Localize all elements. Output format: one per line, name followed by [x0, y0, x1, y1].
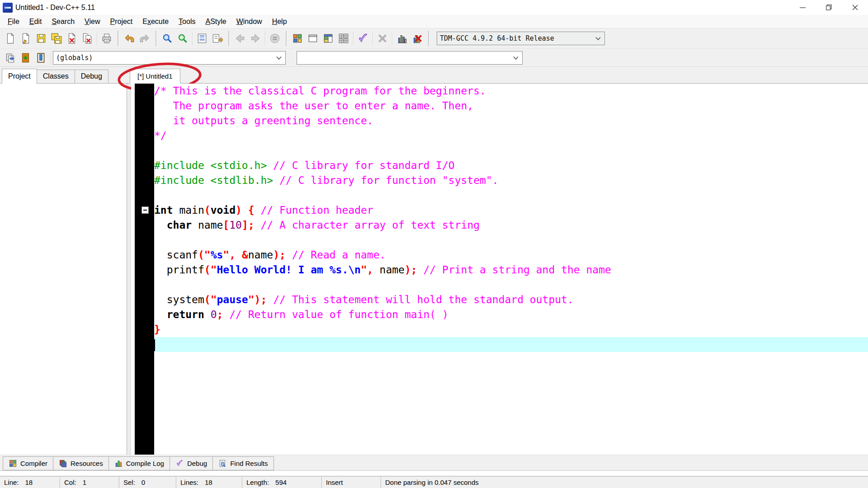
chevron-down-icon	[275, 54, 283, 61]
project-panel[interactable]	[0, 84, 127, 455]
editor-gutter[interactable]	[135, 84, 154, 455]
abort-icon[interactable]	[375, 31, 390, 46]
close-button[interactable]	[842, 0, 868, 15]
close-file-icon[interactable]	[64, 31, 80, 46]
menu-item-file[interactable]: File	[3, 16, 24, 28]
status-sel: Sel:0	[119, 477, 176, 488]
menu-item-execute[interactable]: Execute	[137, 16, 174, 28]
restore-button[interactable]	[816, 0, 842, 15]
debug-icon[interactable]	[355, 31, 371, 46]
save-all-icon[interactable]	[49, 31, 64, 46]
editor-tab-bar: [*] Untitled1	[127, 69, 868, 83]
replace-icon[interactable]	[175, 31, 190, 46]
code-line: return 0; // Return value of function ma…	[154, 307, 868, 322]
code-line	[154, 188, 868, 203]
main-toolbar: TDM-GCC 4.9.2 64-bit Release	[0, 28, 868, 49]
menu-item-project[interactable]: Project	[105, 16, 137, 28]
redo-icon[interactable]	[137, 31, 152, 46]
code-line: }	[154, 322, 868, 337]
profile-icon[interactable]	[394, 31, 410, 46]
window-title: Untitled1 - Dev-C++ 5.11	[15, 4, 95, 12]
tab-find-results[interactable]: Find Results	[212, 456, 274, 470]
compile-log-icon	[114, 459, 123, 468]
insert-icon[interactable]	[3, 50, 18, 66]
new-file-icon[interactable]	[3, 31, 18, 46]
code-line	[154, 233, 868, 248]
find-icon[interactable]	[160, 31, 175, 46]
code-line	[154, 143, 868, 158]
close-all-icon[interactable]	[80, 31, 95, 46]
tab-debug-report-label: Debug	[187, 460, 207, 467]
text-caret	[154, 339, 155, 351]
tab-band: Project Classes Debug [*] Untitled1	[0, 67, 868, 84]
swap-header-source-icon[interactable]	[210, 31, 225, 46]
editor-tab-untitled1[interactable]: [*] Untitled1	[130, 69, 180, 84]
tab-debug[interactable]: Debug	[75, 70, 108, 84]
back-icon[interactable]	[232, 31, 248, 46]
forward-icon[interactable]	[248, 31, 263, 46]
status-message: Done parsing in 0.047 seconds	[381, 477, 868, 488]
goto-line-icon[interactable]	[194, 31, 210, 46]
compile-run-icon[interactable]	[321, 31, 336, 46]
compiler-grid-icon	[9, 459, 17, 468]
code-line: scanf("%s", &name); // Read a name.	[154, 248, 868, 263]
code-line: printf("Hello World! I am %s.\n", name);…	[154, 263, 868, 277]
status-insert-mode: Insert	[322, 477, 381, 488]
code-line: char name[10]; // A character array of t…	[154, 218, 868, 233]
save-icon[interactable]	[33, 31, 49, 46]
compile-icon[interactable]	[290, 31, 305, 46]
function-browser-select[interactable]	[297, 51, 523, 65]
class-browser-select[interactable]: (globals)	[53, 51, 286, 65]
menu-item-help[interactable]: Help	[267, 16, 292, 28]
menu-item-view[interactable]: View	[80, 16, 105, 28]
minimize-button[interactable]	[789, 0, 816, 15]
code-line: #include <stdio.h> // C library for stan…	[154, 158, 868, 173]
code-line: */	[154, 128, 868, 143]
status-bar: Line:18 Col:1 Sel:0 Lines:18 Length:594 …	[0, 476, 868, 488]
tab-resources[interactable]: Resources	[53, 456, 109, 470]
title-bar: Untitled1 - Dev-C++ 5.11	[0, 0, 868, 15]
collapsed-report-panel	[0, 470, 868, 476]
chevron-down-icon	[512, 54, 519, 61]
toggle-bookmark-icon[interactable]	[18, 50, 33, 66]
editor-margin	[131, 84, 135, 455]
code-line: system("pause"); // This statement will …	[154, 292, 868, 307]
code-editor[interactable]: /* This is the classical C program for t…	[131, 84, 868, 455]
goto-bookmark-icon[interactable]	[33, 50, 49, 66]
debug-check-icon	[175, 459, 184, 468]
window-controls	[789, 0, 868, 15]
fold-marker-icon[interactable]	[142, 206, 149, 214]
menu-item-window[interactable]: Window	[231, 16, 267, 28]
run-icon[interactable]	[305, 31, 321, 46]
print-icon[interactable]	[99, 31, 114, 46]
status-line: Line:18	[0, 477, 60, 488]
code-line: #include <stdlib.h> // C library for fun…	[154, 173, 868, 188]
tab-compiler[interactable]: Compiler	[3, 456, 53, 470]
menu-item-edit[interactable]: Edit	[24, 16, 47, 28]
tab-classes[interactable]: Classes	[37, 70, 75, 84]
tab-compile-log[interactable]: Compile Log	[108, 456, 170, 470]
rebuild-all-icon[interactable]	[336, 31, 351, 46]
code-line: The program asks the user to enter a nam…	[154, 99, 868, 113]
open-file-icon[interactable]	[18, 31, 33, 46]
code-line: it outputs a greenting sentence.	[154, 113, 868, 128]
tab-debug-report[interactable]: Debug	[170, 456, 213, 470]
compiler-profile-value: TDM-GCC 4.9.2 64-bit Release	[440, 34, 554, 42]
specials-toolbar: (globals)	[0, 49, 868, 67]
menu-item-tools[interactable]: Tools	[174, 16, 200, 28]
tab-compiler-label: Compiler	[20, 460, 47, 467]
code-lines[interactable]: /* This is the classical C program for t…	[154, 84, 868, 455]
menu-item-search[interactable]: Search	[47, 16, 80, 28]
compiler-profile-select[interactable]: TDM-GCC 4.9.2 64-bit Release	[437, 32, 605, 45]
undo-icon[interactable]	[122, 31, 137, 46]
report-tab-bar: Compiler Resources Compile Log Debug Fin…	[0, 455, 868, 470]
delete-profiling-icon[interactable]	[410, 31, 425, 46]
pause-icon[interactable]	[267, 31, 283, 46]
panel-splitter[interactable]	[127, 84, 131, 455]
menu-item-astyle[interactable]: AStyle	[200, 16, 231, 28]
tab-project[interactable]: Project	[2, 69, 37, 84]
find-results-icon	[218, 459, 227, 468]
code-line: int main(void) { // Function header	[154, 203, 868, 218]
app-icon	[3, 3, 13, 13]
status-col: Col:1	[60, 477, 119, 488]
